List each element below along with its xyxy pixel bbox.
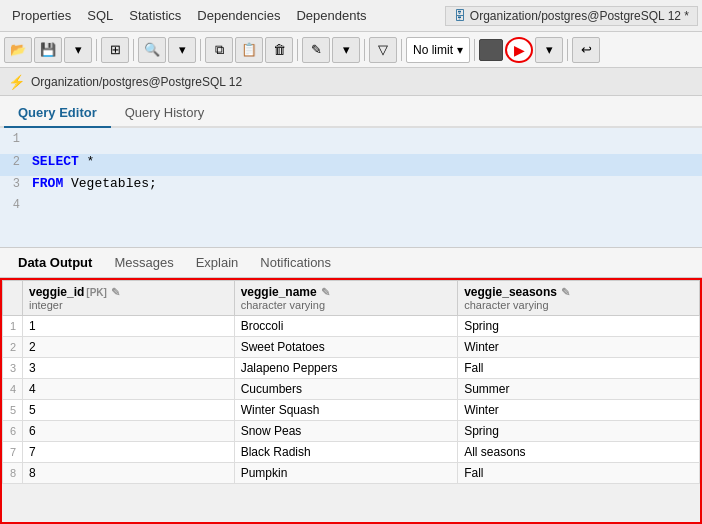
row-number-cell: 3 — [3, 358, 23, 379]
edit-col-veggie-id-icon[interactable]: ✎ — [111, 286, 120, 299]
tab-data-output[interactable]: Data Output — [8, 251, 102, 274]
row-number-cell: 2 — [3, 337, 23, 358]
run-button[interactable]: ▶ — [505, 37, 533, 63]
run-dropdown-button[interactable]: ▾ — [535, 37, 563, 63]
line-content-3: FROM Vegetables; — [28, 176, 702, 191]
col-name-veggie-name: veggie_name — [241, 285, 317, 299]
tab-query-history[interactable]: Query History — [111, 99, 218, 128]
row-number-cell: 8 — [3, 463, 23, 484]
edit-col-veggie-seasons-icon[interactable]: ✎ — [561, 286, 570, 299]
delete-button[interactable]: 🗑 — [265, 37, 293, 63]
cell-veggie_id: 2 — [23, 337, 235, 358]
connection-icon: ⚡ — [8, 74, 25, 90]
col-name-veggie-seasons: veggie_seasons — [464, 285, 557, 299]
line-content-2: SELECT * — [28, 154, 702, 169]
line-number-1: 1 — [0, 132, 28, 146]
separator-7 — [474, 39, 475, 61]
separator-3 — [200, 39, 201, 61]
col-type-veggie-name: character varying — [241, 299, 452, 311]
copy-button[interactable]: ⧉ — [205, 37, 233, 63]
tab-notifications[interactable]: Notifications — [250, 251, 341, 274]
table-row[interactable]: 33Jalapeno PeppersFall — [3, 358, 700, 379]
cell-veggie_seasons: Winter — [458, 400, 700, 421]
find-button[interactable]: 🔍 — [138, 37, 166, 63]
save-dropdown-button[interactable]: ▾ — [64, 37, 92, 63]
connection-bar: ⚡ Organization/postgres@PostgreSQL 12 — [0, 68, 702, 96]
table-row[interactable]: 77Black RadishAll seasons — [3, 442, 700, 463]
stop-button[interactable] — [479, 39, 503, 61]
menu-statistics[interactable]: Statistics — [121, 4, 189, 27]
filter-button[interactable]: ▽ — [369, 37, 397, 63]
cell-veggie_id: 7 — [23, 442, 235, 463]
keyword-select: SELECT — [32, 154, 79, 169]
cell-veggie_seasons: Summer — [458, 379, 700, 400]
open-button[interactable]: 📂 — [4, 37, 32, 63]
code-line-3: 3 FROM Vegetables; — [0, 176, 702, 198]
tab-explain[interactable]: Explain — [186, 251, 249, 274]
line-number-3: 3 — [0, 177, 28, 191]
col-header-veggie-id: veggie_id [PK] ✎ integer — [23, 281, 235, 316]
cell-veggie_seasons: All seasons — [458, 442, 700, 463]
edit-button[interactable]: ✎ — [302, 37, 330, 63]
limit-dropdown[interactable]: No limit ▾ — [406, 37, 470, 63]
tab-query-editor[interactable]: Query Editor — [4, 99, 111, 128]
find-dropdown-button[interactable]: ▾ — [168, 37, 196, 63]
cell-veggie_seasons: Fall — [458, 358, 700, 379]
table-row[interactable]: 44CucumbersSummer — [3, 379, 700, 400]
cell-veggie_seasons: Spring — [458, 421, 700, 442]
tab-messages[interactable]: Messages — [104, 251, 183, 274]
cell-veggie_name: Cucumbers — [234, 379, 458, 400]
connection-tab-label: Organization/postgres@PostgreSQL 12 * — [470, 9, 689, 23]
menu-dependencies[interactable]: Dependencies — [189, 4, 288, 27]
query-tabs: Query Editor Query History — [0, 96, 702, 128]
connection-text: Organization/postgres@PostgreSQL 12 — [31, 75, 242, 89]
connection-tab[interactable]: 🗄 Organization/postgres@PostgreSQL 12 * — [445, 6, 698, 26]
table-row[interactable]: 55Winter SquashWinter — [3, 400, 700, 421]
row-number-cell: 1 — [3, 316, 23, 337]
row-num-header — [3, 281, 23, 316]
col-name-veggie-id: veggie_id — [29, 285, 84, 299]
table-row[interactable]: 22Sweet PotatoesWinter — [3, 337, 700, 358]
menu-sql[interactable]: SQL — [79, 4, 121, 27]
limit-label: No limit — [413, 43, 453, 57]
col-header-veggie-seasons: veggie_seasons ✎ character varying — [458, 281, 700, 316]
edit-dropdown-button[interactable]: ▾ — [332, 37, 360, 63]
cell-veggie_id: 4 — [23, 379, 235, 400]
row-number-cell: 7 — [3, 442, 23, 463]
limit-arrow-icon: ▾ — [457, 43, 463, 57]
cell-veggie_id: 6 — [23, 421, 235, 442]
col-header-veggie-name: veggie_name ✎ character varying — [234, 281, 458, 316]
code-line-1: 1 — [0, 132, 702, 154]
menu-properties[interactable]: Properties — [4, 4, 79, 27]
cell-veggie_name: Pumpkin — [234, 463, 458, 484]
paste-button[interactable]: 📋 — [235, 37, 263, 63]
toolbar: 📂 💾 ▾ ⊞ 🔍 ▾ ⧉ 📋 🗑 ✎ ▾ ▽ No limit ▾ ▶ ▾ ↩ — [0, 32, 702, 68]
cell-veggie_seasons: Winter — [458, 337, 700, 358]
cell-veggie_name: Sweet Potatoes — [234, 337, 458, 358]
explain-button[interactable]: ↩ — [572, 37, 600, 63]
table-view-button[interactable]: ⊞ — [101, 37, 129, 63]
menu-dependents[interactable]: Dependents — [288, 4, 374, 27]
cell-veggie_name: Broccoli — [234, 316, 458, 337]
cell-veggie_seasons: Spring — [458, 316, 700, 337]
row-number-cell: 6 — [3, 421, 23, 442]
table-row[interactable]: 88PumpkinFall — [3, 463, 700, 484]
db-icon: 🗄 — [454, 9, 466, 23]
table-row[interactable]: 66Snow PeasSpring — [3, 421, 700, 442]
cell-veggie_name: Snow Peas — [234, 421, 458, 442]
data-table-container[interactable]: veggie_id [PK] ✎ integer veggie_name ✎ c… — [0, 278, 702, 524]
line-number-4: 4 — [0, 198, 28, 212]
code-editor[interactable]: 1 2 SELECT * 3 FROM Vegetables; 4 — [0, 128, 702, 248]
save-button[interactable]: 💾 — [34, 37, 62, 63]
separator-8 — [567, 39, 568, 61]
separator-2 — [133, 39, 134, 61]
separator-5 — [364, 39, 365, 61]
separator-1 — [96, 39, 97, 61]
code-line-4: 4 — [0, 198, 702, 220]
cell-veggie_id: 5 — [23, 400, 235, 421]
cell-veggie_id: 8 — [23, 463, 235, 484]
edit-col-veggie-name-icon[interactable]: ✎ — [321, 286, 330, 299]
cell-veggie_id: 1 — [23, 316, 235, 337]
table-row[interactable]: 11BroccoliSpring — [3, 316, 700, 337]
col-type-veggie-seasons: character varying — [464, 299, 693, 311]
